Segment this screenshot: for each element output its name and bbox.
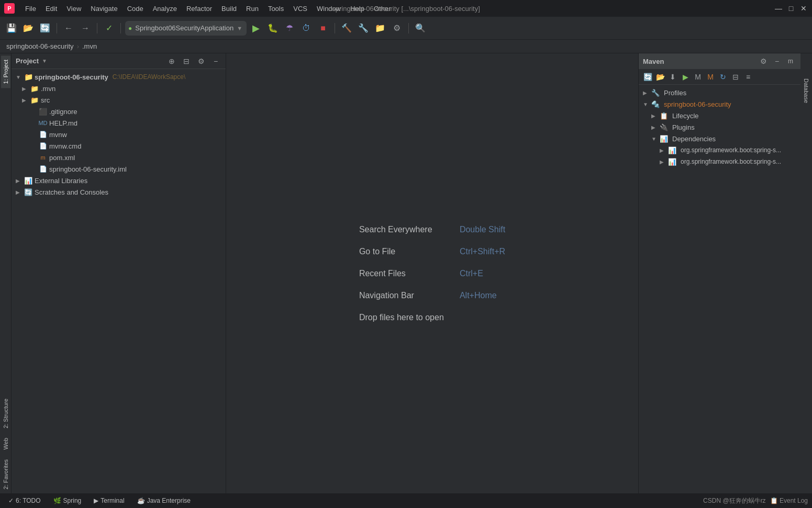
maximize-button[interactable]: □ — [787, 4, 795, 13]
menu-navigate[interactable]: Navigate — [86, 3, 121, 14]
open-toolbar-btn[interactable]: 📂 — [21, 21, 36, 36]
maven-lifecycle[interactable]: ▶ 📋 Lifecycle — [639, 110, 800, 121]
bookmark-toolbar-btn[interactable]: ✓ — [102, 21, 116, 36]
sidebar-item-structure[interactable]: 2: Structure — [1, 394, 10, 433]
maven-download-btn[interactable]: ⬇ — [667, 71, 678, 83]
build-btn[interactable]: 🔨 — [339, 21, 354, 36]
menu-tools[interactable]: Tools — [264, 3, 288, 14]
spring-label: Spring — [63, 497, 82, 504]
project-tree: ▼ 📁 springboot-06-security C:\IDEA\IDEAW… — [12, 69, 226, 493]
maven-expand-btn[interactable]: ≡ — [742, 71, 754, 83]
terminal-icon: ▶ — [94, 497, 98, 504]
pom-icon: m — [39, 153, 47, 162]
menu-analyze[interactable]: Analyze — [149, 3, 181, 14]
event-log-btn[interactable]: 📋 Event Log — [770, 497, 808, 504]
menu-build[interactable]: Build — [217, 3, 241, 14]
tree-root[interactable]: ▼ 📁 springboot-06-security C:\IDEA\IDEAW… — [12, 71, 226, 83]
tree-scratches[interactable]: ▶ 🔄 Scratches and Consoles — [12, 186, 226, 198]
maven-refresh-btn[interactable]: 🔄 — [642, 71, 653, 83]
nav-bar-label: Navigation Bar — [359, 291, 453, 300]
maven-debug-btn[interactable]: M — [692, 71, 704, 83]
menu-run[interactable]: Run — [242, 3, 263, 14]
shortcut-rows: Search Everywhere Double Shift Go to Fil… — [359, 225, 505, 322]
menu-view[interactable]: View — [62, 3, 85, 14]
settings-panel-btn[interactable]: ⚙ — [195, 55, 207, 67]
save-toolbar-btn[interactable]: 💾 — [4, 21, 19, 36]
drop-files-text: Drop files here to open — [359, 313, 505, 322]
src-label: src — [41, 96, 50, 104]
coverage-btn[interactable]: ☂ — [282, 21, 297, 36]
maven-dependencies[interactable]: ▼ 📊 Dependencies — [639, 133, 800, 144]
maven-minimize-btn[interactable]: − — [771, 55, 783, 67]
minimize-button[interactable]: — — [774, 4, 783, 13]
tab-terminal[interactable]: ▶ Terminal — [90, 495, 128, 506]
sdk-btn[interactable]: 🔧 — [356, 21, 371, 36]
debug-btn[interactable]: 🐛 — [265, 21, 280, 36]
maven-plugins-label: Plugins — [672, 123, 695, 131]
stop-btn[interactable]: ■ — [316, 21, 330, 36]
menu-refactor[interactable]: Refactor — [182, 3, 216, 14]
collapse-all-btn[interactable]: ⊟ — [181, 55, 192, 67]
todo-icon: ✓ — [8, 497, 14, 504]
sdk2-btn[interactable]: 📁 — [373, 21, 387, 36]
menu-file[interactable]: File — [21, 3, 40, 14]
menu-vcs[interactable]: VCS — [289, 3, 312, 14]
run-btn[interactable]: ▶ — [249, 21, 263, 36]
settings-btn[interactable]: ⚙ — [390, 21, 404, 36]
tree-mvn[interactable]: ▶ 📁 .mvn — [12, 83, 226, 94]
maven-project-label: springboot-06-security — [664, 100, 731, 108]
tree-pom[interactable]: m pom.xml — [12, 152, 226, 163]
maven-profiles[interactable]: ▶ 🔧 Profiles — [639, 87, 800, 98]
run-config-selector[interactable]: ● Springboot06SecurityApplication ▼ — [125, 21, 247, 36]
recent-files-label: Recent Files — [359, 269, 453, 278]
maven-add-btn[interactable]: 📂 — [654, 71, 666, 83]
root-folder-icon: 📁 — [24, 73, 32, 81]
tree-gitignore[interactable]: ⬛ .gitignore — [12, 106, 226, 117]
sidebar-item-web[interactable]: Web — [1, 434, 10, 454]
tree-helpmd[interactable]: MD HELP.md — [12, 117, 226, 129]
left-side-tabs: 1: Project 2: Structure Web 2: Favorites — [0, 53, 12, 493]
breadcrumb-folder[interactable]: .mvn — [82, 42, 97, 50]
maven-panel: Maven ⚙ − m 🔄 📂 ⬇ ▶ M M ↻ ⊟ ≡ ▶ 🔧 Profil… — [638, 53, 800, 493]
menu-edit[interactable]: Edit — [41, 3, 61, 14]
tree-src[interactable]: ▶ 📁 src — [12, 94, 226, 106]
search-everywhere-btn[interactable]: 🔍 — [413, 21, 428, 36]
tab-java-enterprise[interactable]: ☕ Java Enterprise — [133, 495, 195, 506]
sync-toolbar-btn[interactable]: 🔄 — [38, 21, 52, 36]
profile-btn[interactable]: ⏱ — [299, 21, 314, 36]
maven-dep-2[interactable]: ▶ 📊 org.springframework.boot:spring-s... — [639, 156, 800, 167]
extlib-label: External Libraries — [35, 177, 87, 185]
iml-icon: 📄 — [39, 165, 47, 173]
maven-panel-title: Maven — [643, 58, 755, 65]
tab-todo[interactable]: ✓ 6: TODO — [4, 495, 45, 506]
tree-mvnw[interactable]: 📄 mvnw — [12, 129, 226, 140]
back-toolbar-btn[interactable]: ← — [61, 21, 76, 36]
close-panel-btn[interactable]: − — [210, 55, 221, 67]
locate-file-btn[interactable]: ⊕ — [166, 55, 177, 67]
goto-file-key: Ctrl+Shift+R — [460, 247, 505, 256]
tree-iml[interactable]: 📄 springboot-06-security.iml — [12, 163, 226, 175]
menu-code[interactable]: Code — [123, 3, 148, 14]
maven-more-btn[interactable]: m — [785, 55, 796, 67]
maven-sync-btn[interactable]: ↻ — [717, 71, 729, 83]
tree-mvnw-cmd[interactable]: 📄 mvnw.cmd — [12, 140, 226, 152]
maven-collapse-btn[interactable]: ⊟ — [730, 71, 741, 83]
run-config-arrow: ▼ — [237, 25, 242, 31]
mvnwcmd-icon: 📄 — [39, 142, 47, 150]
project-panel-dropdown[interactable]: ▼ — [42, 58, 47, 64]
sidebar-item-favorites[interactable]: 2: Favorites — [1, 455, 10, 493]
maven-run-btn[interactable]: ▶ — [680, 71, 691, 83]
forward-toolbar-btn[interactable]: → — [78, 21, 93, 36]
maven-settings-btn[interactable]: ⚙ — [758, 55, 769, 67]
tab-spring[interactable]: 🌿 Spring — [49, 495, 86, 506]
breadcrumb-project[interactable]: springboot-06-security — [6, 42, 74, 50]
sidebar-item-project[interactable]: 1: Project — [1, 55, 10, 88]
maven-plugins[interactable]: ▶ 🔌 Plugins — [639, 121, 800, 133]
close-button[interactable]: ✕ — [799, 4, 808, 13]
tree-external-libs[interactable]: ▶ 📊 External Libraries — [12, 175, 226, 186]
nav-bar-key: Alt+Home — [460, 291, 497, 300]
maven-skip-btn[interactable]: M — [705, 71, 716, 83]
maven-dep-1[interactable]: ▶ 📊 org.springframework.boot:spring-s... — [639, 144, 800, 156]
sidebar-item-database[interactable]: Database — [802, 74, 811, 107]
maven-project-root[interactable]: ▼ 🔩 springboot-06-security — [639, 98, 800, 110]
